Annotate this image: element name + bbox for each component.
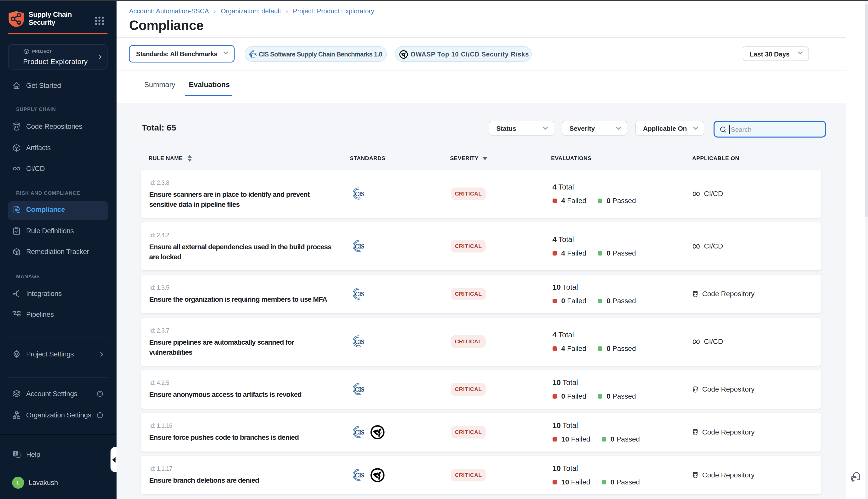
svg-text:?: ?: [14, 452, 16, 455]
svg-text:CIS: CIS: [355, 472, 364, 479]
svg-text:CIS: CIS: [355, 429, 364, 436]
svg-text:CIS: CIS: [355, 243, 364, 250]
svg-text:CIS: CIS: [251, 53, 257, 57]
svg-text:CIS: CIS: [355, 291, 364, 297]
svg-text:CIS: CIS: [355, 386, 364, 393]
svg-text:CIS: CIS: [355, 191, 364, 197]
svg-text:CIS: CIS: [355, 338, 364, 345]
